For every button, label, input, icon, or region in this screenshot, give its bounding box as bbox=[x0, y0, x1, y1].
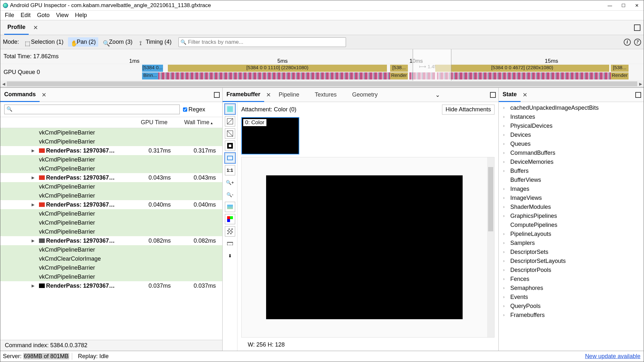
expand-arrow-icon[interactable]: › bbox=[503, 187, 508, 191]
timeline-bar[interactable]: [5384 0... bbox=[142, 65, 163, 72]
close-icon[interactable]: ✕ bbox=[33, 24, 38, 31]
close-icon[interactable]: ✕ bbox=[523, 91, 527, 98]
state-item[interactable]: ›DeviceMemories bbox=[499, 157, 644, 166]
state-tree[interactable]: ›cachedUnpackedImageAspectBits›Instances… bbox=[499, 102, 644, 351]
expand-icon[interactable] bbox=[635, 92, 641, 98]
timeline-bar[interactable]: Render bbox=[390, 72, 408, 79]
timeline-bar[interactable]: Render bbox=[611, 72, 629, 79]
minimize-button[interactable]: — bbox=[603, 1, 617, 10]
state-item[interactable]: ›cachedUnpackedImageAspectBits bbox=[499, 103, 644, 112]
timeline-bar[interactable]: [538... bbox=[611, 65, 629, 72]
tab-pipeline[interactable]: Pipeline bbox=[271, 88, 307, 102]
timeline-stripes[interactable] bbox=[409, 72, 435, 79]
tool-download-icon[interactable]: ⬇ bbox=[225, 251, 235, 261]
state-item[interactable]: ›PhysicalDevices bbox=[499, 121, 644, 130]
tool-flip-icon[interactable] bbox=[225, 238, 235, 249]
state-item[interactable]: ›Samplers bbox=[499, 238, 644, 247]
state-item[interactable]: ›Images bbox=[499, 184, 644, 193]
state-item[interactable]: ›Fences bbox=[499, 274, 644, 283]
expand-arrow-icon[interactable]: › bbox=[503, 133, 508, 137]
command-row[interactable]: vkCmdPipelineBarrier bbox=[0, 272, 222, 281]
tool-fit-icon[interactable] bbox=[225, 153, 235, 163]
expand-arrow-icon[interactable]: › bbox=[503, 241, 508, 245]
state-item[interactable]: ›DescriptorSets bbox=[499, 247, 644, 256]
expand-arrow-icon[interactable]: › bbox=[503, 160, 508, 164]
scroll-right-arrow-icon[interactable]: ▶ bbox=[637, 81, 644, 87]
info-icon[interactable]: i bbox=[624, 39, 631, 46]
commands-search-input[interactable] bbox=[5, 105, 179, 114]
expand-arrow-icon[interactable]: › bbox=[503, 124, 508, 128]
menu-help[interactable]: Help bbox=[72, 11, 90, 19]
expand-arrow-icon[interactable]: › bbox=[503, 205, 508, 209]
command-row[interactable]: ▶RenderPass: 12970367…0.037ms0.037ms bbox=[0, 281, 222, 290]
state-item[interactable]: ›GraphicsPipelines bbox=[499, 211, 644, 220]
timeline-stripes[interactable] bbox=[158, 72, 390, 79]
state-item[interactable]: ›Devices bbox=[499, 130, 644, 139]
command-row[interactable]: vkCmdPipelineBarrier bbox=[0, 137, 222, 146]
close-icon[interactable]: ✕ bbox=[266, 91, 271, 98]
menu-goto[interactable]: Goto bbox=[34, 11, 52, 19]
command-row[interactable]: vkCmdPipelineBarrier bbox=[0, 182, 222, 191]
command-row[interactable]: vkCmdPipelineBarrier bbox=[0, 245, 222, 254]
menu-file[interactable]: File bbox=[2, 11, 17, 19]
tab-profile[interactable]: Profile bbox=[4, 21, 29, 35]
tool-zoom-in-icon[interactable]: 🔍+ bbox=[225, 177, 235, 188]
help-icon[interactable]: ? bbox=[634, 39, 641, 46]
expand-arrow-icon[interactable]: › bbox=[503, 196, 508, 200]
expand-arrow-icon[interactable]: ▶ bbox=[32, 202, 34, 207]
expand-arrow-icon[interactable]: › bbox=[503, 232, 508, 236]
expand-arrow-icon[interactable]: › bbox=[503, 151, 508, 155]
state-item[interactable]: ›DescriptorSetLayouts bbox=[499, 256, 644, 265]
framebuffer-tab[interactable]: Framebuffer bbox=[223, 88, 264, 102]
fullscreen-icon[interactable] bbox=[634, 24, 640, 31]
tool-checker-icon[interactable] bbox=[225, 226, 235, 237]
mode-zoom[interactable]: 🔍Zoom (3) bbox=[100, 37, 135, 47]
preview-vscrollbar[interactable] bbox=[487, 157, 494, 337]
mode-selection[interactable]: ⬚Selection (1) bbox=[22, 37, 66, 47]
expand-arrow-icon[interactable]: ▶ bbox=[32, 283, 34, 288]
expand-arrow-icon[interactable]: › bbox=[503, 286, 508, 290]
state-item[interactable]: ›ShaderModules bbox=[499, 202, 644, 211]
timeline-bar[interactable]: [5384 0 0 4672] (2280x1080) bbox=[435, 65, 609, 72]
framebuffer-preview[interactable] bbox=[242, 157, 487, 337]
menu-edit[interactable]: Edit bbox=[18, 11, 33, 19]
state-item[interactable]: BufferViews bbox=[499, 175, 644, 184]
commands-list[interactable]: vkCmdPipelineBarriervkCmdPipelineBarrier… bbox=[0, 128, 222, 340]
new-update-link[interactable]: New update available bbox=[585, 353, 640, 360]
gpu-queue-track[interactable]: [5384 0...[5384 0 0 1110] (2280x1080)[53… bbox=[142, 64, 644, 80]
state-item[interactable]: ›Buffers bbox=[499, 166, 644, 175]
state-tab[interactable]: State bbox=[499, 88, 521, 102]
command-row[interactable]: vkCmdPipelineBarrier bbox=[0, 263, 222, 272]
filter-tracks-input[interactable] bbox=[178, 37, 346, 47]
attachment-thumbnail[interactable]: 0: Color bbox=[241, 117, 299, 154]
tool-color-channel-icon[interactable] bbox=[225, 104, 235, 114]
expand-arrow-icon[interactable]: › bbox=[503, 268, 508, 272]
scrollbar-thumb[interactable] bbox=[7, 81, 637, 86]
expand-arrow-icon[interactable]: › bbox=[503, 295, 508, 299]
expand-arrow-icon[interactable]: › bbox=[503, 106, 508, 110]
chevron-down-icon[interactable]: ⌄ bbox=[432, 91, 443, 98]
expand-arrow-icon[interactable]: › bbox=[503, 214, 508, 218]
expand-arrow-icon[interactable]: › bbox=[503, 313, 508, 317]
command-row[interactable]: ▶RenderPass: 12970367…0.040ms0.040ms bbox=[0, 200, 222, 209]
command-row[interactable]: ▶RenderPass: 12970367…0.317ms0.317ms bbox=[0, 146, 222, 155]
timeline-bar[interactable]: [5384 0 0 1110] (2280x1080) bbox=[168, 65, 387, 72]
expand-arrow-icon[interactable]: › bbox=[503, 304, 508, 308]
state-item[interactable]: ›Instances bbox=[499, 112, 644, 121]
state-item[interactable]: ›PipelineLayouts bbox=[499, 229, 644, 238]
timeline-bar[interactable]: [538... bbox=[390, 65, 408, 72]
state-item[interactable]: ›DescriptorPools bbox=[499, 265, 644, 274]
close-button[interactable]: ✕ bbox=[630, 1, 644, 10]
timeline-bar[interactable]: Binn... bbox=[142, 72, 158, 79]
col-wall-time[interactable]: Wall Time▴ bbox=[168, 119, 219, 126]
tool-wireframe-b-icon[interactable] bbox=[225, 128, 235, 139]
tab-textures[interactable]: Textures bbox=[307, 88, 344, 102]
command-row[interactable]: vkCmdPipelineBarrier bbox=[0, 155, 222, 164]
col-gpu-time[interactable]: GPU Time bbox=[119, 119, 168, 126]
tool-channels-rgb-icon[interactable] bbox=[225, 214, 235, 224]
regex-checkbox[interactable]: Regex bbox=[183, 106, 205, 113]
tool-wireframe-a-icon[interactable] bbox=[225, 116, 235, 126]
state-item[interactable]: ›Framebuffers bbox=[499, 311, 644, 320]
command-row[interactable]: vkCmdPipelineBarrier bbox=[0, 191, 222, 200]
state-item[interactable]: ›Events bbox=[499, 292, 644, 302]
